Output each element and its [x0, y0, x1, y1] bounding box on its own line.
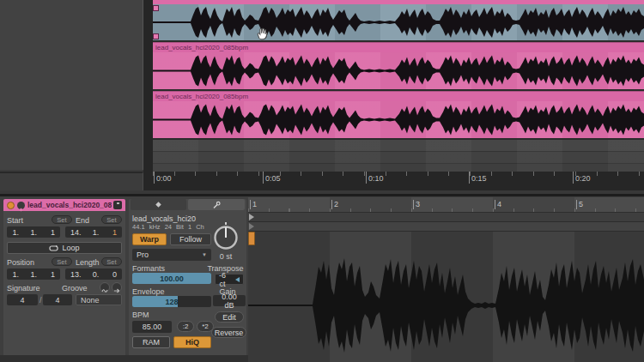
loop-start-marker-icon[interactable]: [249, 214, 254, 220]
signature-numerator-field[interactable]: 4: [7, 294, 38, 305]
time-ruler-label: 0:15: [471, 174, 487, 183]
sample-tab-icon: [155, 201, 162, 208]
clip3-waveform: [153, 101, 644, 138]
clip2-audio-region[interactable]: [153, 52, 644, 89]
clip-name: lead_vocals_hci2020_08: [27, 201, 112, 209]
time-ruler-label: 0:00: [156, 174, 172, 183]
clip3-title: lead_vocals_hci2020_085bpm: [155, 93, 248, 100]
clip-view: lead_vocals_hci2020_08 Start Set End Set…: [0, 196, 644, 362]
clip-box-title-bar[interactable]: lead_vocals_hci2020_08: [3, 199, 125, 211]
beat-label: 3: [416, 200, 420, 208]
loop-marker-lane[interactable]: [248, 213, 644, 222]
ableton-live-window: lead_vocals_hci2020_085bpm lead_vocals_h…: [0, 0, 644, 362]
clip2-title-bar[interactable]: lead_vocals_hci2020_085bpm: [153, 42, 644, 52]
clip2-title: lead_vocals_hci2020_085bpm: [155, 44, 248, 51]
clip3-title-bar[interactable]: lead_vocals_hci2020_085bpm: [153, 91, 644, 101]
time-ruler-label: 0:05: [265, 174, 281, 183]
beat-ruler-ticks: [248, 208, 644, 212]
hiq-button[interactable]: HiQ: [173, 336, 211, 348]
envelope-slider[interactable]: 128: [132, 296, 211, 307]
clip3-audio-region[interactable]: [153, 101, 644, 138]
panel-bottom-edge: [0, 355, 248, 362]
browser-empty-panel: [0, 0, 143, 170]
clip2-waveform: [153, 52, 644, 89]
length-label: Length: [76, 258, 100, 267]
formants-label: Formants: [132, 264, 165, 273]
loop-icon: [49, 244, 58, 252]
sample-format: 44.1 kHz 24 Bit 1 Ch: [132, 223, 204, 232]
sample-name[interactable]: lead_vocals_hci20: [132, 214, 196, 223]
arrangement-time-ruler[interactable]: 0:00 0:05 0:10 0:15 0:20: [153, 172, 644, 190]
position-set-button[interactable]: Set: [52, 257, 72, 266]
beat-ruler[interactable]: 1 2 3 4 5: [248, 197, 644, 213]
browser-panel-footer: [0, 172, 143, 192]
hot-swap-icon[interactable]: [112, 282, 122, 293]
beat-label: 2: [334, 200, 338, 208]
sample-box: lead_vocals_hci20 44.1 kHz 24 Bit 1 Ch W…: [129, 199, 246, 359]
envelopes-tab[interactable]: [188, 199, 245, 210]
beat-label: 4: [497, 200, 501, 208]
position-value-field[interactable]: 1.1.1: [7, 268, 60, 280]
formants-slider[interactable]: 100.00: [132, 273, 211, 284]
start-marker-lane[interactable]: [248, 222, 644, 232]
track-area-gutter: [143, 0, 153, 190]
detune-field[interactable]: -6 ct: [215, 274, 244, 285]
lane-beat-stripes: [153, 140, 644, 172]
follow-button[interactable]: Follow: [170, 233, 211, 245]
loop-button[interactable]: Loop: [7, 242, 122, 254]
clip1-top-loop-handle[interactable]: [153, 5, 159, 11]
start-set-button[interactable]: Set: [52, 215, 72, 224]
end-label: End: [76, 216, 89, 225]
editor-waveform: [248, 246, 644, 362]
tools-tab-icon: [212, 201, 221, 209]
clip1-waveform: [153, 4, 644, 40]
length-set-button[interactable]: Set: [101, 257, 122, 266]
signature-separator: /: [39, 296, 42, 305]
reverse-button[interactable]: Reverse: [211, 327, 246, 338]
end-set-button[interactable]: Set: [101, 215, 122, 224]
clip1-bottom-loop-handle[interactable]: [153, 33, 159, 39]
ram-button[interactable]: RAM: [132, 336, 170, 348]
groove-selector[interactable]: None: [76, 294, 122, 305]
bpm-label: BPM: [132, 311, 149, 319]
hand-cursor: [254, 26, 270, 41]
gain-field[interactable]: 0.00 dB: [213, 295, 246, 306]
beat-label: 1: [252, 200, 257, 208]
clip-launch-icon[interactable]: [7, 202, 15, 209]
clip-box-corner-icon[interactable]: [113, 201, 122, 209]
time-ruler-label: 0:20: [575, 174, 591, 183]
end-value-field[interactable]: 14.1.1: [65, 226, 122, 238]
clip-box: lead_vocals_hci2020_08 Start Set End Set…: [3, 199, 125, 359]
clip1-audio-region[interactable]: [153, 4, 644, 40]
sample-tab[interactable]: [131, 199, 186, 210]
sample-editor[interactable]: 1 2 3 4 5: [248, 197, 644, 362]
transpose-value: 0 st: [211, 252, 240, 261]
groove-pool-icon[interactable]: [100, 282, 110, 293]
halve-bpm-button[interactable]: :2: [177, 321, 194, 332]
time-ruler-ticks: [153, 172, 644, 176]
warp-button[interactable]: Warp: [132, 233, 167, 245]
signature-label: Signature: [7, 284, 40, 293]
beat-label: 5: [579, 200, 583, 208]
signature-denominator-field[interactable]: 4: [43, 294, 72, 305]
warp-marker[interactable]: [248, 232, 255, 245]
clip-start-marker-icon[interactable]: [249, 223, 254, 230]
length-value-field[interactable]: 13.0.0: [65, 268, 122, 280]
transpose-knob[interactable]: [211, 221, 240, 252]
warp-mode-dropdown[interactable]: Pro▼: [132, 249, 211, 261]
time-ruler-label: 0:10: [368, 174, 384, 183]
arrangement-track-area: lead_vocals_hci2020_085bpm lead_vocals_h…: [153, 0, 644, 190]
position-label: Position: [7, 258, 34, 267]
detune-arrow-icon: [228, 277, 240, 282]
envelope-label: Envelope: [132, 287, 165, 296]
clip-activator-icon[interactable]: [17, 202, 25, 209]
edit-button[interactable]: Edit: [215, 311, 244, 323]
bpm-field[interactable]: 85.00: [132, 321, 172, 333]
chevron-down-icon: ▼: [202, 252, 207, 257]
start-label: Start: [7, 216, 23, 225]
groove-label: Groove: [62, 284, 88, 293]
start-value-field[interactable]: 1.1.1: [7, 226, 60, 238]
